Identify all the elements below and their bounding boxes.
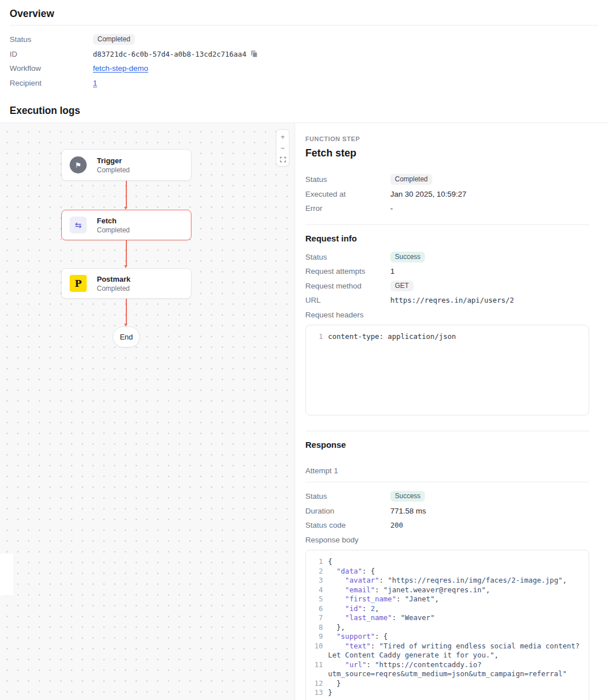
end-label: End (120, 333, 133, 341)
recipient-label: Recipient (10, 79, 93, 87)
executed-at-value: Jan 30 2025, 10:59:27 (390, 190, 466, 198)
request-info-rows: Status Success Request attempts 1 Reques… (305, 250, 589, 323)
node-status: Completed (97, 285, 130, 292)
overview-status-row: Status Completed (10, 32, 599, 47)
workflow-link[interactable]: fetch-step-demo (93, 64, 148, 73)
overview-divider (10, 25, 599, 26)
id-label: ID (10, 50, 93, 58)
overview-recipient-row: Recipient 1 (10, 76, 599, 91)
node-fetch[interactable]: ⇆ Fetch Completed (61, 210, 191, 240)
overview-rows: Status Completed ID d83721dc-6c0b-57d4-a… (10, 32, 599, 90)
request-headers-label: Request headers (305, 311, 390, 319)
request-attempts-label: Request attempts (305, 267, 390, 275)
request-method-badge: GET (390, 281, 414, 291)
zoom-in-button[interactable]: + (277, 131, 288, 142)
edge-postmark-end (126, 299, 127, 324)
step-detail-panel: FUNCTION STEP Fetch step Status Complete… (295, 123, 609, 700)
code-line: 10 "text": "Tired of writing endless soc… (313, 642, 582, 660)
request-info-title: Request info (305, 234, 589, 243)
code-line: 9 "support": { (313, 632, 582, 642)
request-headers-code-block[interactable]: 1content-type: application/json (305, 325, 589, 415)
response-body-code-block[interactable]: 1{2 "data": {3 "avatar": "https://reqres… (305, 550, 589, 700)
fit-view-icon[interactable] (277, 154, 288, 165)
recipient-link[interactable]: 1 (93, 79, 97, 87)
node-title: Postmark (97, 275, 130, 283)
run-detail-page: Overview Status Completed ID d83721dc-6c… (0, 0, 609, 700)
attempt-label: Attempt 1 (305, 466, 589, 475)
zoom-out-button[interactable]: − (277, 142, 288, 154)
code-line: 1{ (313, 557, 582, 567)
executed-at-label: Executed at (305, 190, 390, 198)
response-rows: Status Success Duration 771.58 ms Status… (305, 489, 589, 547)
response-status-label: Status (305, 492, 390, 500)
transaction-id: d83721dc-6c0b-57d4-a0b8-13cd2c716aa4 (93, 50, 246, 58)
request-method-label: Request method (305, 282, 390, 290)
workflow-canvas[interactable]: ⚑ Trigger Completed ⇆ Fetch Completed P … (0, 123, 295, 700)
step-meta-rows: Status Completed Executed at Jan 30 2025… (305, 172, 589, 216)
response-status-badge: Success (390, 491, 425, 502)
request-attempts-value: 1 (390, 267, 395, 275)
code-line: 12 } (313, 679, 582, 689)
node-trigger[interactable]: ⚑ Trigger Completed (61, 149, 191, 181)
divider (305, 431, 589, 431)
request-status-label: Status (305, 253, 390, 261)
edge-fetch-postmark (126, 240, 127, 265)
code-line: 1content-type: application/json (313, 332, 582, 342)
canvas-side-panel (0, 554, 13, 595)
request-status-badge: Success (390, 252, 425, 262)
workflow-label: Workflow (10, 64, 93, 73)
node-status: Completed (97, 166, 130, 174)
code-line: 5 "first_name": "Janet", (313, 595, 582, 604)
status-code-label: Status code (305, 521, 390, 529)
status-badge: Completed (93, 34, 135, 45)
step-type-label: FUNCTION STEP (305, 135, 589, 142)
code-line: 3 "avatar": "https://reqres.in/img/faces… (313, 576, 582, 586)
code-line: 7 "last_name": "Weaver" (313, 613, 582, 623)
edge-trigger-fetch (126, 181, 127, 207)
overview-section: Overview Status Completed ID d83721dc-6c… (0, 0, 609, 90)
divider (305, 482, 589, 482)
node-status: Completed (97, 226, 130, 234)
node-end[interactable]: End (113, 326, 140, 347)
node-title: Fetch (97, 217, 130, 225)
postmark-logo-icon: P (70, 275, 87, 292)
status-label: Status (10, 35, 93, 44)
overview-id-row: ID d83721dc-6c0b-57d4-a0b8-13cd2c716aa4 (10, 47, 599, 62)
duration-value: 771.58 ms (390, 507, 426, 515)
url-label: URL (305, 296, 390, 304)
overview-workflow-row: Workflow fetch-step-demo (10, 61, 599, 76)
error-value: - (390, 204, 393, 213)
canvas-zoom-controls: + − (276, 129, 289, 167)
status-label: Status (305, 175, 390, 184)
duration-label: Duration (305, 507, 390, 515)
divider (305, 224, 589, 225)
execution-logs-panel: ⚑ Trigger Completed ⇆ Fetch Completed P … (0, 122, 609, 700)
execution-logs-title: Execution logs (0, 90, 609, 122)
response-title: Response (305, 440, 589, 449)
status-code-value: 200 (390, 521, 403, 529)
error-label: Error (305, 204, 390, 213)
code-line: 11 "url": "https://contentcaddy.io?utm_s… (313, 660, 582, 679)
code-line: 6 "id": 2, (313, 604, 582, 614)
swap-arrows-icon: ⇆ (70, 217, 87, 234)
url-value: https://reqres.in/api/users/2 (390, 296, 514, 304)
code-line: 8 }, (313, 623, 582, 633)
copy-icon[interactable] (250, 50, 258, 58)
response-body-label: Response body (305, 536, 390, 544)
code-line: 2 "data": { (313, 567, 582, 576)
flag-icon: ⚑ (70, 156, 87, 173)
step-title: Fetch step (305, 147, 589, 159)
node-title: Trigger (97, 156, 130, 165)
code-line: 4 "email": "janet.weaver@reqres.in", (313, 586, 582, 595)
overview-title: Overview (10, 8, 599, 20)
code-line: 13} (313, 688, 582, 698)
node-postmark[interactable]: P Postmark Completed (61, 268, 191, 299)
step-status-badge: Completed (390, 174, 432, 185)
